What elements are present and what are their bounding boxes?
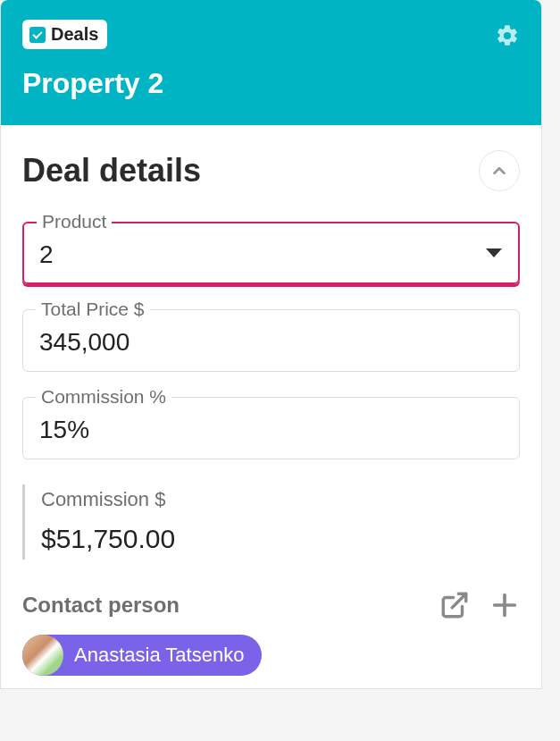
commission-pct-label: Commission % bbox=[36, 386, 171, 408]
total-price-label: Total Price $ bbox=[36, 299, 150, 320]
deal-panel: Deals Property 2 Deal details Product 2 bbox=[0, 0, 542, 689]
deals-chip[interactable]: Deals bbox=[22, 20, 107, 49]
svg-line-0 bbox=[452, 594, 466, 608]
commission-amt-label: Commission $ bbox=[41, 488, 520, 511]
deals-icon bbox=[29, 27, 46, 43]
product-field[interactable]: Product 2 bbox=[22, 222, 520, 284]
panel-body: Deal details Product 2 Total Price $ 345… bbox=[1, 125, 541, 688]
contact-actions bbox=[439, 590, 520, 620]
chevron-down-icon bbox=[486, 248, 502, 257]
contact-chip[interactable]: Anastasia Tatsenko bbox=[22, 635, 262, 676]
section-title: Deal details bbox=[22, 152, 201, 189]
commission-pct-field[interactable]: Commission % 15% bbox=[22, 397, 520, 459]
product-label: Product bbox=[37, 211, 112, 232]
open-external-icon[interactable] bbox=[439, 590, 470, 620]
plus-icon[interactable] bbox=[489, 590, 520, 620]
avatar bbox=[22, 635, 63, 676]
contact-name: Anastasia Tatsenko bbox=[74, 644, 244, 667]
panel-header: Deals Property 2 bbox=[1, 0, 541, 125]
commission-pct-value: 15% bbox=[39, 416, 503, 444]
chevron-up-icon bbox=[489, 161, 509, 181]
panel-title: Property 2 bbox=[22, 67, 520, 100]
deals-chip-label: Deals bbox=[51, 24, 98, 45]
total-price-field[interactable]: Total Price $ 345,000 bbox=[22, 309, 520, 372]
contact-header: Contact person bbox=[22, 590, 520, 620]
contact-section-label: Contact person bbox=[22, 593, 180, 618]
commission-amt-field: Commission $ $51,750.00 bbox=[22, 484, 520, 560]
collapse-button[interactable] bbox=[479, 150, 520, 191]
commission-amt-value: $51,750.00 bbox=[41, 524, 520, 554]
gear-icon[interactable] bbox=[495, 23, 520, 48]
product-value: 2 bbox=[39, 240, 503, 269]
section-header: Deal details bbox=[22, 150, 520, 191]
total-price-value: 345,000 bbox=[39, 328, 503, 357]
